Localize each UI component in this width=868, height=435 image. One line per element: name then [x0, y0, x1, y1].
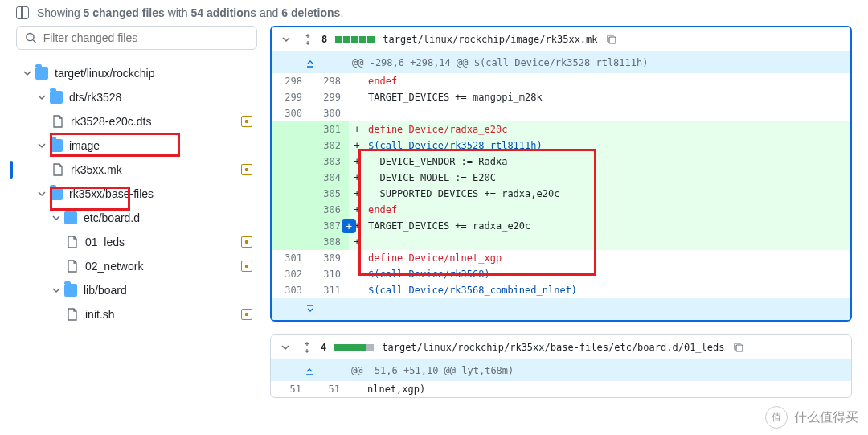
diff-line[interactable]: 298298 endef	[272, 73, 850, 89]
diff-header[interactable]: 4 target/linux/rockchip/rk35xx/base-file…	[271, 335, 851, 359]
tree-folder[interactable]: image	[16, 133, 257, 158]
diff-marker	[349, 250, 365, 266]
file-icon	[66, 308, 79, 321]
add-comment-button[interactable]: +	[342, 219, 356, 233]
line-num-new: 308	[310, 234, 349, 250]
line-num-new: 301	[310, 121, 349, 137]
line-num-new: 302	[310, 137, 349, 154]
diff-header[interactable]: 8 target/linux/rockchip/image/rk35xx.mk	[272, 27, 850, 51]
diff-marker: +	[349, 121, 365, 137]
tree-file[interactable]: 01_leds	[16, 230, 257, 254]
tree-file-active[interactable]: rk35xx.mk	[16, 158, 257, 182]
folder-icon	[64, 284, 77, 297]
filter-search[interactable]	[16, 26, 257, 50]
folder-icon	[35, 67, 48, 80]
line-num-old	[272, 121, 310, 137]
folder-icon	[64, 211, 77, 224]
line-num-new: 306	[310, 202, 349, 218]
expand-icon[interactable]	[302, 34, 313, 45]
file-tree: target/linux/rockchip dts/rk3528 rk3528-…	[16, 61, 257, 326]
expand-down-icon	[305, 304, 316, 315]
diff-lines: 5151 nlnet,xgp)	[271, 381, 851, 397]
summary-text: Showing 5 changed files with 54 addition…	[37, 6, 343, 19]
line-num-old	[272, 154, 310, 170]
diff-marker	[348, 381, 364, 397]
diff-line[interactable]: 308+	[272, 234, 850, 250]
diff-line[interactable]: 307+TARGET_DEVICES += radxa_e20c	[272, 218, 850, 234]
file-path[interactable]: target/linux/rockchip/image/rk35xx.mk	[383, 34, 597, 45]
diff-line[interactable]: 301+define Device/radxa_e20c	[272, 121, 850, 137]
diff-marker	[349, 266, 365, 282]
svg-rect-3	[736, 345, 743, 351]
code-content	[365, 234, 850, 250]
sidebar-toggle-icon[interactable]	[16, 6, 29, 19]
line-num-new: 309	[310, 250, 349, 266]
copy-icon[interactable]	[606, 34, 617, 45]
tree-file[interactable]: init.sh	[16, 302, 257, 326]
diff-line[interactable]: 5151 nlnet,xgp)	[271, 381, 851, 397]
diff-marker: +	[349, 202, 365, 218]
code-content: endef	[365, 202, 850, 218]
chevron-down-icon	[51, 213, 61, 223]
diff-line[interactable]: 303311 $(call Device/rk3568_combined_nln…	[272, 282, 850, 298]
diff-line[interactable]: 300300	[272, 105, 850, 121]
diff-marker	[349, 282, 365, 298]
chevron-down-icon	[23, 68, 32, 78]
file-icon	[51, 163, 64, 176]
chevron-down-icon	[281, 35, 291, 44]
diff-line[interactable]: 306+endef	[272, 202, 850, 218]
diff-marker: +	[349, 154, 365, 170]
line-num-new: 299	[310, 89, 349, 105]
line-num-new: 310	[310, 266, 349, 282]
file-path[interactable]: target/linux/rockchip/rk35xx/base-files/…	[382, 342, 724, 353]
tree-folder[interactable]: target/linux/rockchip	[16, 61, 257, 85]
tree-file[interactable]: 02_network	[16, 254, 257, 278]
copy-icon[interactable]	[733, 342, 744, 353]
diff-line[interactable]: 301309 define Device/nlnet_xgp	[272, 250, 850, 266]
hunk-expand[interactable]	[272, 298, 850, 320]
file-icon	[66, 236, 79, 248]
tree-folder[interactable]: rk35xx/base-files	[16, 182, 257, 206]
search-input[interactable]	[43, 31, 248, 44]
diff-line[interactable]: 302+$(call Device/rk3528_rtl8111h)	[272, 137, 850, 154]
expand-icon[interactable]	[301, 342, 313, 353]
modified-badge	[241, 309, 252, 320]
diff-line[interactable]: 305+ SUPPORTED_DEVICES += radxa,e20c	[272, 186, 850, 202]
tree-folder[interactable]: dts/rk3528	[16, 85, 257, 109]
diff-marker: +	[349, 137, 365, 154]
code-content: DEVICE_VENDOR := Radxa	[365, 154, 850, 170]
line-num-new: 305	[310, 186, 349, 202]
diff-marker	[349, 89, 365, 105]
diff-stat-blocks	[334, 344, 374, 351]
line-num-old: 300	[272, 105, 310, 121]
hunk-expand[interactable]: @@ -298,6 +298,14 @@ $(call Device/rk352…	[272, 51, 850, 73]
diff-marker	[349, 73, 365, 89]
folder-icon	[50, 187, 63, 200]
watermark-text: 什么值得买	[794, 409, 858, 426]
diff-line[interactable]: 303+ DEVICE_VENDOR := Radxa	[272, 154, 850, 170]
line-num-old: 299	[272, 89, 310, 105]
code-content: SUPPORTED_DEVICES += radxa,e20c	[365, 186, 850, 202]
line-num-new: 304	[310, 170, 349, 186]
line-num-old: 298	[272, 73, 310, 89]
diff-main: 8 target/linux/rockchip/image/rk35xx.mk …	[270, 26, 852, 425]
svg-rect-2	[609, 37, 616, 43]
code-content: nlnet,xgp)	[364, 381, 851, 397]
tree-file[interactable]: rk3528-e20c.dts	[16, 109, 257, 133]
diff-line[interactable]: 299299 TARGET_DEVICES += mangopi_m28k	[272, 89, 850, 105]
expand-up-icon	[304, 365, 315, 376]
hunk-expand[interactable]: @@ -51,6 +51,10 @@ lyt,t68m)	[271, 359, 851, 381]
diff-line[interactable]: 302310 $(call Device/rk3568)	[272, 266, 850, 282]
chevron-down-icon	[280, 343, 290, 352]
tree-folder[interactable]: etc/board.d	[16, 206, 257, 230]
line-num-old	[272, 137, 310, 154]
line-num-old	[272, 202, 310, 218]
watermark: 值 什么值得买	[765, 406, 858, 429]
modified-badge	[241, 164, 252, 175]
chevron-down-icon	[37, 189, 47, 199]
diff-line[interactable]: 304+ DEVICE_MODEL := E20C	[272, 170, 850, 186]
change-count: 4	[321, 342, 326, 353]
diff-file: 4 target/linux/rockchip/rk35xx/base-file…	[270, 334, 852, 398]
tree-folder[interactable]: lib/board	[16, 278, 257, 302]
code-content: endef	[365, 73, 850, 89]
